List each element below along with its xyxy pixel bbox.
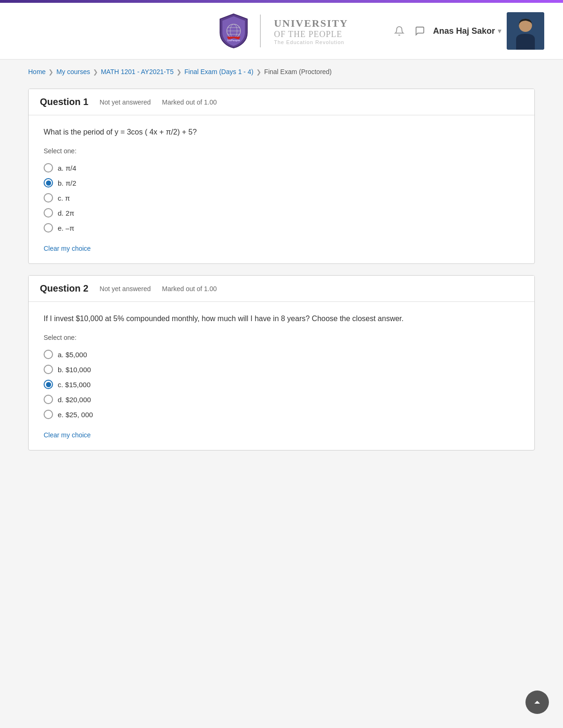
question-1-options: a. π/4 b. π/2 c. π d. 2π [44,160,519,235]
question-1-radio-a[interactable] [44,163,53,173]
question-2-text: If I invest $10,000 at 5% compounded mon… [44,313,519,324]
question-2-header: Question 2 Not yet answered Marked out o… [29,276,534,302]
question-1-option-c[interactable]: c. π [44,190,519,205]
avatar-image [507,12,544,50]
notifications-icon[interactable] [392,23,407,38]
question-1-text: What is the period of y = 3cos ( 4x + π/… [44,127,519,138]
user-menu[interactable]: Anas Haj Sakor ▾ [433,26,501,36]
breadcrumb-current: Final Exam (Proctored) [264,68,332,75]
university-logo: UoPeople [215,12,252,50]
question-2-card: Question 2 Not yet answered Marked out o… [28,275,535,450]
question-1-radio-d[interactable] [44,208,53,218]
logo-divider [260,15,261,47]
page-header: UoPeople UNIVERSITY OF THE PEOPLE The Ed… [0,3,563,60]
question-2-radio-a[interactable] [44,350,53,359]
question-2-radio-c[interactable] [44,380,53,389]
breadcrumb-home[interactable]: Home [28,68,46,75]
question-1-title: Question 1 [40,97,88,107]
question-2-option-a[interactable]: a. $5,000 [44,347,519,362]
university-name-text: UNIVERSITY OF THE PEOPLE The Education R… [274,17,348,45]
breadcrumb-course[interactable]: MATH 1201 - AY2021-T5 [101,68,174,75]
breadcrumb: Home ❯ My courses ❯ MATH 1201 - AY2021-T… [0,60,563,84]
question-2-mark: Marked out of 1.00 [162,285,217,293]
question-2-radio-d[interactable] [44,395,53,404]
logo-area: UoPeople UNIVERSITY OF THE PEOPLE The Ed… [215,12,348,50]
question-1-status: Not yet answered [99,98,151,106]
question-1-radio-c[interactable] [44,193,53,203]
question-1-body: What is the period of y = 3cos ( 4x + π/… [29,115,534,263]
question-2-option-b[interactable]: b. $10,000 [44,362,519,377]
question-2-clear-choice[interactable]: Clear my choice [44,431,91,439]
question-2-radio-b[interactable] [44,365,53,374]
question-1-mark: Marked out of 1.00 [162,98,217,106]
question-1-header: Question 1 Not yet answered Marked out o… [29,89,534,115]
question-1-option-b[interactable]: b. π/2 [44,175,519,190]
question-2-title: Question 2 [40,283,88,294]
question-2-option-d[interactable]: d. $20,000 [44,392,519,407]
breadcrumb-mycourses[interactable]: My courses [56,68,90,75]
question-2-radio-e[interactable] [44,410,53,419]
question-2-option-e[interactable]: e. $25, 000 [44,407,519,422]
question-2-body: If I invest $10,000 at 5% compounded mon… [29,302,534,450]
question-1-option-e[interactable]: e. –π [44,220,519,235]
question-2-status: Not yet answered [99,285,151,293]
question-1-radio-e[interactable] [44,223,53,233]
question-2-option-c[interactable]: c. $15,000 [44,377,519,392]
question-1-clear-choice[interactable]: Clear my choice [44,245,91,252]
question-1-card: Question 1 Not yet answered Marked out o… [28,89,535,264]
question-1-option-a[interactable]: a. π/4 [44,160,519,175]
main-content: Question 1 Not yet answered Marked out o… [0,84,563,490]
messages-icon[interactable] [412,23,427,38]
question-1-select-label: Select one: [44,147,519,155]
question-2-options: a. $5,000 b. $10,000 c. $15,000 d. $20,0… [44,347,519,422]
user-avatar [507,12,544,50]
breadcrumb-exam-days[interactable]: Final Exam (Days 1 - 4) [184,68,253,75]
question-2-select-label: Select one: [44,334,519,341]
question-1-option-d[interactable]: d. 2π [44,205,519,220]
question-1-radio-b[interactable] [44,178,53,188]
